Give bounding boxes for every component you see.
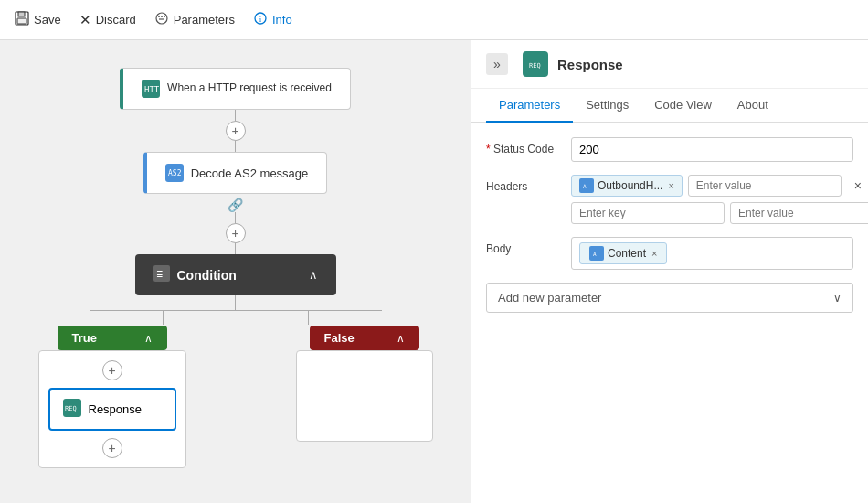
http-trigger-node[interactable]: HTTP When a HTTP request is received (120, 68, 351, 110)
branch-headers: True ∧ + REQ (38, 326, 433, 468)
discard-button[interactable]: ✕ Discard (79, 12, 136, 28)
condition-collapse-icon[interactable]: ∧ (309, 268, 318, 282)
add-btn-2[interactable]: + (226, 223, 246, 243)
collapse-button[interactable]: » (486, 53, 508, 75)
connector-2: + (226, 212, 246, 254)
enter-value-input-2[interactable] (730, 202, 868, 224)
info-label: Info (272, 13, 292, 27)
info-icon: i (253, 11, 268, 28)
response-label: Response (89, 402, 143, 416)
parameters-icon (154, 11, 169, 28)
parameters-button[interactable]: Parameters (154, 11, 235, 28)
collapse-icon: » (493, 57, 501, 71)
body-row: Body A Content × (486, 237, 853, 270)
add-btn-true-bottom[interactable]: + (102, 438, 122, 458)
svg-text:≣: ≣ (156, 270, 164, 279)
main-area: HTTP When a HTTP request is received + A… (0, 40, 868, 503)
content-close[interactable]: × (651, 248, 657, 259)
outbound-tag: A OutboundH... × (571, 175, 683, 197)
false-branch-header[interactable]: False ∧ (310, 326, 419, 350)
svg-point-4 (158, 16, 160, 17)
panel-content: * Status Code Headers (471, 123, 868, 503)
http-trigger-label: When a HTTP request is received (167, 81, 332, 96)
svg-text:A: A (593, 251, 597, 257)
body-field[interactable]: A Content × (571, 237, 853, 270)
status-code-input[interactable] (571, 137, 853, 162)
delete-icon: × (854, 178, 862, 193)
svg-point-3 (156, 13, 167, 24)
svg-rect-1 (18, 12, 25, 16)
body-label: Body (486, 237, 564, 255)
save-icon (15, 11, 29, 28)
line-1 (235, 110, 236, 121)
true-label: True (72, 331, 97, 345)
tag-icon: A (579, 178, 594, 193)
true-branch-body: + REQ Response + (38, 350, 186, 468)
info-button[interactable]: i Info (253, 11, 292, 28)
http-trigger-icon: HTTP (142, 80, 160, 98)
delete-row-button[interactable]: × (847, 175, 868, 197)
tab-settings[interactable]: Settings (573, 89, 641, 123)
svg-text:i: i (259, 15, 262, 24)
link-icon: 🔗 (228, 198, 243, 212)
true-branch-header[interactable]: True ∧ (58, 326, 167, 350)
tab-parameters[interactable]: Parameters (486, 89, 573, 123)
line-2 (235, 141, 236, 152)
toolbar: Save ✕ Discard Parameters i Info (0, 0, 868, 40)
save-label: Save (34, 13, 61, 27)
enter-value-input-1[interactable] (688, 175, 842, 197)
response-icon: REQ (63, 399, 81, 420)
flow-container: HTTP When a HTTP request is received + A… (80, 68, 391, 468)
v-right (308, 310, 309, 325)
outbound-tag-close[interactable]: × (668, 180, 673, 191)
status-code-required: * (486, 143, 491, 155)
false-caret: ∧ (397, 332, 405, 345)
svg-text:REQ: REQ (529, 62, 541, 70)
add-param-dropdown[interactable]: Add new parameter ∨ (486, 283, 853, 313)
decode-icon: AS2 (165, 164, 184, 182)
panel-icon: REQ (523, 51, 548, 77)
false-branch: False ∧ (296, 326, 433, 468)
content-label: Content (608, 247, 646, 260)
decode-node[interactable]: AS2 Decode AS2 message (143, 152, 328, 194)
response-node[interactable]: REQ Response (48, 388, 176, 431)
enter-key-input[interactable] (571, 202, 725, 224)
tab-code-view[interactable]: Code View (641, 89, 725, 123)
svg-text:HTTP: HTTP (144, 85, 160, 94)
headers-label: Headers (486, 175, 564, 193)
decode-label: Decode AS2 message (191, 166, 309, 180)
line-3 (235, 212, 236, 223)
svg-text:AS2: AS2 (168, 169, 182, 177)
content-pill: A Content × (579, 242, 667, 264)
v-left (163, 310, 164, 325)
connector-1: + (226, 110, 246, 152)
chevron-down-icon: ∨ (833, 292, 842, 305)
branch-connector: True ∧ + REQ (80, 295, 391, 468)
decode-footer: 🔗 (228, 194, 243, 212)
panel-header: » REQ Response (471, 40, 868, 89)
panel-title: Response (557, 57, 623, 72)
true-branch: True ∧ + REQ (38, 326, 186, 468)
panel-tabs: Parameters Settings Code View About (471, 89, 868, 123)
outbound-tag-label: OutboundH... (598, 179, 662, 192)
parameters-label: Parameters (174, 13, 235, 27)
condition-node[interactable]: ≣ Condition ∧ (135, 254, 336, 295)
save-button[interactable]: Save (15, 11, 61, 28)
h-line (90, 310, 382, 311)
condition-icon: ≣ (153, 265, 170, 284)
false-label: False (324, 331, 355, 345)
discard-label: Discard (96, 13, 136, 27)
svg-point-5 (161, 16, 163, 17)
headers-second-row (571, 202, 868, 224)
status-code-label: * Status Code (486, 137, 564, 155)
right-panel: » REQ Response Parameters Settings Code … (471, 40, 868, 503)
true-caret: ∧ (144, 332, 153, 345)
false-branch-body (296, 350, 433, 442)
tab-about[interactable]: About (725, 89, 781, 123)
svg-text:REQ: REQ (65, 405, 77, 412)
condition-left: ≣ Condition (153, 265, 237, 284)
svg-text:A: A (583, 183, 587, 189)
add-btn-true[interactable]: + (102, 360, 122, 380)
add-btn-1[interactable]: + (226, 121, 246, 141)
svg-point-6 (164, 16, 165, 17)
